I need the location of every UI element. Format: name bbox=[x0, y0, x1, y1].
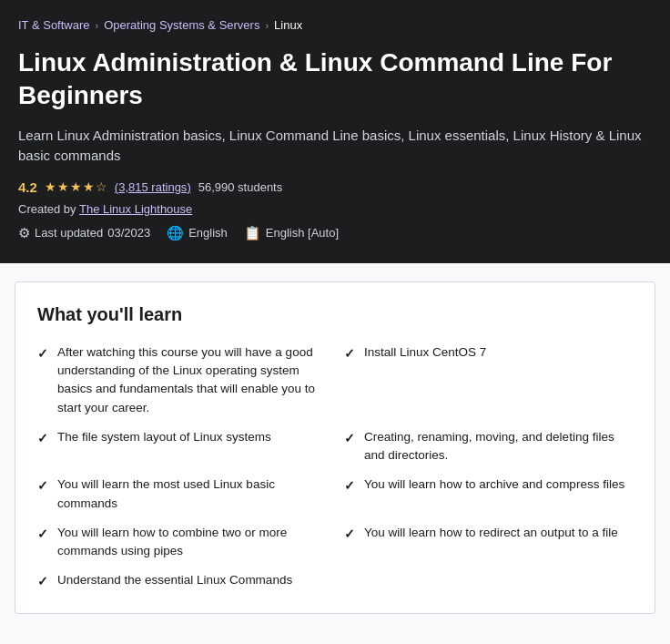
learn-item-text: After watching this course you will have… bbox=[57, 343, 326, 417]
check-icon: ✓ bbox=[37, 344, 48, 363]
captions-item: 📋 English [Auto] bbox=[244, 225, 339, 241]
check-icon: ✓ bbox=[344, 476, 355, 496]
learn-grid: ✓After watching this course you will hav… bbox=[37, 343, 633, 592]
check-icon: ✓ bbox=[37, 525, 48, 544]
learn-item-text: Creating, renaming, moving, and deleting… bbox=[364, 428, 633, 465]
check-icon: ✓ bbox=[344, 429, 355, 448]
update-icon: ⚙ bbox=[18, 225, 30, 241]
check-icon: ✓ bbox=[37, 476, 48, 496]
star-half: ☆ bbox=[96, 179, 107, 194]
meta-row: ⚙ Last updated 03/2023 🌐 English 📋 Engli… bbox=[18, 225, 652, 241]
learn-item-text: You will learn the most used Linux basic… bbox=[57, 475, 326, 513]
course-description: Learn Linux Administration basics, Linux… bbox=[18, 126, 652, 167]
created-by-row: Created by The Linux Lighthouse bbox=[18, 202, 652, 216]
created-by-label: Created by bbox=[18, 202, 76, 216]
learn-item-text: The file system layout of Linux systems bbox=[57, 428, 271, 446]
rating-number: 4.2 bbox=[18, 179, 37, 195]
learn-item-text: Install Linux CentOS 7 bbox=[364, 343, 486, 362]
breadcrumb-separator-1: › bbox=[96, 20, 99, 31]
language-item: 🌐 English bbox=[167, 225, 228, 241]
learn-item: ✓You will learn how to redirect an outpu… bbox=[344, 524, 633, 561]
last-updated-date: 03/2023 bbox=[107, 226, 150, 240]
learn-item-text: You will learn how to combine two or mor… bbox=[57, 524, 326, 561]
learn-item: ✓Creating, renaming, moving, and deletin… bbox=[344, 428, 633, 465]
breadcrumb-it-software[interactable]: IT & Software bbox=[18, 18, 90, 32]
learn-item: ✓Install Linux CentOS 7 bbox=[344, 343, 633, 417]
learn-item: ✓You will learn how to archive and compr… bbox=[344, 475, 633, 513]
breadcrumb: IT & Software › Operating Systems & Serv… bbox=[18, 18, 652, 32]
star-2: ★ bbox=[57, 179, 69, 194]
learn-item-text: Understand the essential Linux Commands bbox=[57, 571, 292, 589]
ratings-link[interactable]: (3,815 ratings) bbox=[115, 180, 191, 194]
learn-item: ✓Understand the essential Linux Commands bbox=[37, 571, 326, 591]
course-title: Linux Administration & Linux Command Lin… bbox=[18, 46, 652, 113]
check-icon: ✓ bbox=[344, 525, 355, 544]
rating-row: 4.2 ★ ★ ★ ★ ☆ (3,815 ratings) 56,990 stu… bbox=[18, 179, 652, 195]
captions-icon: 📋 bbox=[244, 225, 261, 241]
language-icon: 🌐 bbox=[167, 225, 184, 241]
check-icon: ✓ bbox=[344, 344, 355, 363]
learn-item: ✓The file system layout of Linux systems bbox=[37, 428, 326, 465]
language-text: English bbox=[188, 226, 228, 240]
students-count: 56,990 students bbox=[198, 180, 283, 194]
hero-section: IT & Software › Operating Systems & Serv… bbox=[0, 0, 670, 263]
learn-section: What you'll learn ✓After watching this c… bbox=[15, 281, 655, 615]
learn-item-text: You will learn how to redirect an output… bbox=[364, 524, 618, 542]
learn-item: ✓You will learn the most used Linux basi… bbox=[37, 475, 326, 513]
breadcrumb-separator-2: › bbox=[265, 20, 269, 31]
star-4: ★ bbox=[83, 179, 95, 194]
star-rating: ★ ★ ★ ★ ☆ bbox=[45, 179, 107, 194]
learn-item-text: You will learn how to archive and compre… bbox=[364, 475, 624, 494]
star-1: ★ bbox=[45, 179, 56, 194]
breadcrumb-linux: Linux bbox=[274, 18, 302, 32]
breadcrumb-os-servers[interactable]: Operating Systems & Servers bbox=[104, 18, 259, 32]
last-updated-item: ⚙ Last updated 03/2023 bbox=[18, 225, 150, 241]
check-icon: ✓ bbox=[37, 572, 48, 591]
learn-item bbox=[344, 571, 633, 591]
last-updated-label: Last updated bbox=[35, 226, 103, 240]
captions-text: English [Auto] bbox=[266, 226, 339, 240]
learn-item: ✓After watching this course you will hav… bbox=[37, 343, 326, 417]
learn-title: What you'll learn bbox=[37, 304, 633, 325]
star-3: ★ bbox=[70, 179, 82, 194]
learn-item: ✓You will learn how to combine two or mo… bbox=[37, 524, 326, 561]
check-icon: ✓ bbox=[37, 429, 48, 448]
instructor-link[interactable]: The Linux Lighthouse bbox=[79, 202, 192, 216]
